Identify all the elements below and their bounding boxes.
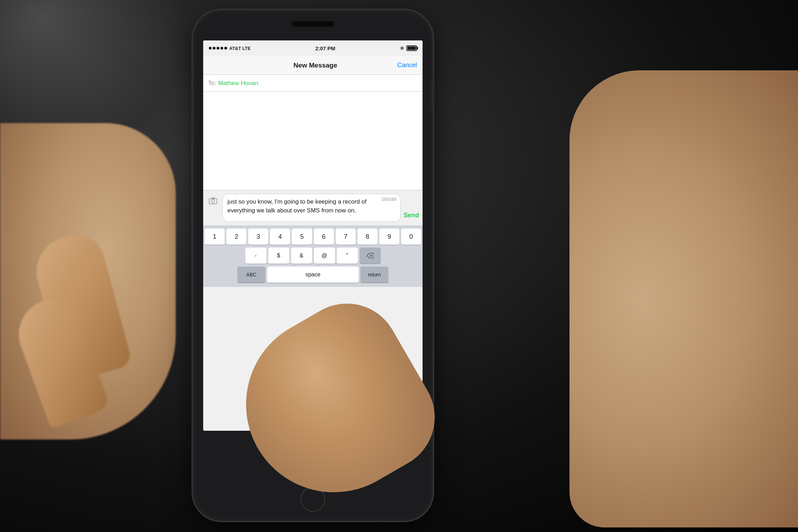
- key-2[interactable]: 2: [226, 229, 246, 245]
- key-4[interactable]: 4: [270, 229, 290, 245]
- bluetooth-icon: ✻: [400, 45, 404, 51]
- svg-rect-2: [212, 198, 214, 199]
- volume-up-button: [192, 88, 194, 111]
- mute-switch: [192, 67, 194, 81]
- signal-dot-1: [209, 47, 212, 50]
- battery-fill: [407, 46, 416, 50]
- status-right: ✻: [400, 45, 417, 51]
- keyboard: 1 2 3 4 5 6 7 8 9 0 - $ & @ ": [203, 226, 423, 287]
- key-8[interactable]: 8: [358, 229, 378, 245]
- message-bubble-container: just so you know, I'm going to be keepin…: [222, 194, 401, 222]
- send-button[interactable]: Send: [404, 212, 419, 222]
- nav-bar: New Message Cancel: [203, 56, 423, 75]
- keyboard-row-bottom: ABC space return: [205, 267, 421, 283]
- cancel-button[interactable]: Cancel: [397, 62, 417, 69]
- key-7[interactable]: 7: [336, 229, 356, 245]
- status-bar: AT&T LTE 2:07 PM ✻: [203, 40, 423, 56]
- message-bubble[interactable]: just so you know, I'm going to be keepin…: [222, 194, 401, 222]
- signal-dot-4: [220, 47, 223, 50]
- key-dollar[interactable]: $: [268, 248, 289, 264]
- key-quote[interactable]: ": [337, 248, 358, 264]
- return-key[interactable]: return: [360, 267, 388, 283]
- key-at[interactable]: @: [314, 248, 335, 264]
- abc-key[interactable]: ABC: [237, 267, 265, 283]
- to-field[interactable]: To: Mathew Honan: [203, 75, 423, 92]
- key-0[interactable]: 0: [401, 229, 421, 245]
- carrier-label: AT&T LTE: [229, 46, 251, 51]
- hand-right: [569, 70, 798, 527]
- signal-dot-5: [224, 47, 227, 50]
- compose-area[interactable]: [203, 92, 423, 190]
- volume-down-button: [192, 116, 194, 139]
- keyboard-row-symbols: - $ & @ ": [205, 248, 421, 264]
- key-6[interactable]: 6: [314, 229, 334, 245]
- key-dash[interactable]: -: [245, 248, 266, 264]
- battery-indicator: [406, 45, 417, 51]
- svg-point-1: [212, 200, 215, 203]
- key-5[interactable]: 5: [292, 229, 312, 245]
- delete-key[interactable]: [360, 248, 381, 264]
- nav-title: New Message: [233, 62, 397, 69]
- hand-left: [0, 123, 176, 440]
- message-input-section: just so you know, I'm going to be keepin…: [203, 190, 423, 226]
- to-label: To:: [208, 80, 216, 87]
- phone-speaker: [292, 21, 334, 27]
- message-text: just so you know, I'm going to be keepin…: [227, 198, 395, 215]
- key-1[interactable]: 1: [205, 229, 225, 245]
- recipient-name[interactable]: Mathew Honan: [218, 80, 258, 87]
- key-ampersand[interactable]: &: [291, 248, 312, 264]
- signal-indicator: [209, 47, 227, 50]
- status-time: 2:07 PM: [315, 45, 335, 51]
- signal-dot-2: [213, 47, 215, 50]
- camera-button[interactable]: [207, 194, 219, 207]
- char-count: 100/160: [381, 197, 397, 203]
- key-3[interactable]: 3: [248, 229, 268, 245]
- power-button: [432, 81, 434, 109]
- signal-dot-3: [217, 47, 219, 50]
- keyboard-row-numbers: 1 2 3 4 5 6 7 8 9 0: [205, 229, 421, 245]
- status-left: AT&T LTE: [209, 46, 251, 51]
- key-9[interactable]: 9: [379, 229, 399, 245]
- space-key[interactable]: space: [267, 267, 359, 283]
